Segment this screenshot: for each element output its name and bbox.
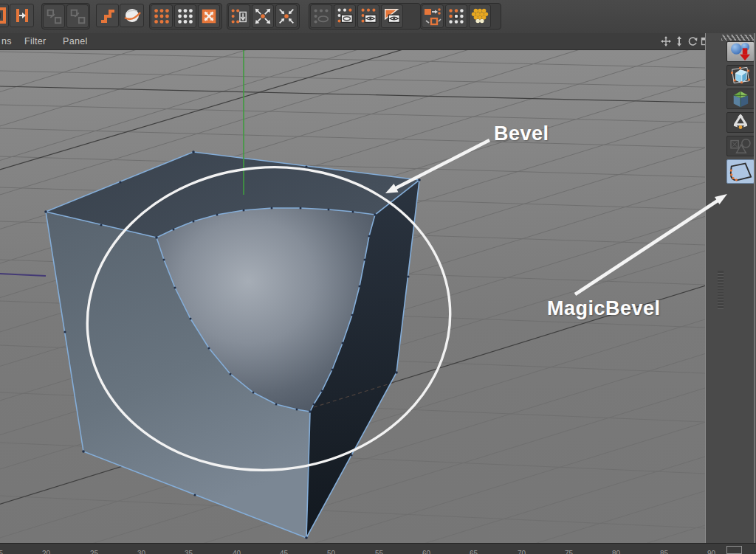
points-grid-orange-glyph [152, 7, 171, 26]
pan-view-icon[interactable] [661, 36, 671, 46]
hide-selected-icon[interactable] [334, 4, 356, 28]
timeline-tick: 75 [565, 550, 573, 554]
application-window: ns Filter Panel [0, 0, 756, 554]
menu-filter[interactable]: Filter [24, 36, 47, 46]
timeline-tick: 90 [707, 550, 715, 554]
matrix-partial-glyph [0, 5, 7, 26]
timeline-tick: 25 [90, 550, 98, 554]
sidebar-grip-hatch[interactable] [721, 35, 755, 41]
disabled-shapes-glyph [728, 136, 753, 156]
timeline-tick: 65 [470, 550, 478, 554]
toolbar-group-transfer [420, 3, 501, 30]
toolbar-group-selection [227, 3, 300, 30]
points-mixed-icon[interactable] [445, 4, 467, 28]
recycle-icon[interactable] [726, 112, 755, 133]
recycle-glyph [728, 113, 753, 132]
weight-points-icon[interactable] [469, 4, 491, 28]
grow-selection-glyph [253, 7, 272, 26]
timeline-end-box[interactable] [726, 546, 742, 554]
magicbevel-tool-glyph [728, 161, 753, 183]
disabled-shapes-icon[interactable] [726, 136, 755, 156]
timeline-tick: 70 [518, 550, 526, 554]
sphere-icon[interactable] [120, 4, 144, 27]
timeline-tick: 45 [280, 550, 288, 554]
grow-selection-icon[interactable] [252, 4, 274, 28]
disabled-grid-a-glyph [44, 7, 63, 26]
viewport-3d[interactable] [0, 50, 705, 543]
invert-visibility-glyph [382, 7, 402, 26]
spheres-drop-glyph [728, 42, 753, 61]
points-grid-white-glyph [176, 7, 195, 26]
viewport-controls [661, 36, 711, 46]
shrink-selection-icon[interactable] [275, 4, 298, 28]
matrix-partial-icon[interactable] [0, 4, 9, 27]
menu-options-truncated[interactable]: ns [1, 36, 12, 46]
timeline-tick: 50 [327, 550, 335, 554]
invert-visibility-icon[interactable] [381, 4, 403, 28]
cube-split-glyph [728, 89, 753, 108]
toolbar-group-disabled [41, 3, 90, 30]
sphere-glyph [122, 5, 142, 26]
cube-select-glyph [728, 66, 753, 85]
transfer-selection-glyph [422, 6, 443, 27]
top-toolbar [0, 0, 756, 34]
points-grid-orange-icon[interactable] [151, 4, 173, 28]
timeline-tick: 20 [42, 550, 50, 554]
timeline-ruler[interactable]: 15 20 25 30 35 40 45 50 55 60 65 70 75 8… [0, 543, 756, 554]
weight-points-glyph [470, 7, 489, 26]
hide-selected-glyph [335, 7, 354, 26]
unhide-all-glyph [359, 7, 378, 26]
stairs-glyph [97, 5, 118, 26]
timeline-tick: 80 [612, 550, 620, 554]
convert-selection-icon[interactable] [198, 4, 220, 28]
convert-selection-glyph [199, 7, 219, 26]
timeline-tick: 60 [422, 550, 430, 554]
zoom-view-icon[interactable] [674, 36, 684, 46]
cube-select-icon[interactable] [726, 65, 755, 86]
drop-selection-glyph [230, 7, 249, 26]
disabled-grid-b-icon[interactable] [66, 4, 89, 28]
menu-panel[interactable]: Panel [63, 36, 87, 46]
unhide-all-icon[interactable] [357, 4, 379, 28]
timeline-tick: 30 [137, 550, 145, 554]
timeline-tick: 15 [0, 550, 3, 554]
sidebar-icon-column [726, 41, 755, 187]
rotate-view-icon[interactable] [687, 36, 698, 46]
bridge-glyph [12, 5, 32, 26]
points-grid-white-icon[interactable] [174, 4, 196, 28]
sidebar-right-edge [754, 33, 755, 554]
timeline-tick: 35 [185, 550, 193, 554]
timeline-tick: 40 [233, 550, 241, 554]
toolbar-group-visibility [309, 3, 421, 30]
viewport-menubar: ns Filter Panel [0, 33, 705, 50]
bridge-icon[interactable] [10, 4, 34, 27]
sidebar-grip-dots[interactable] [718, 271, 724, 309]
transfer-selection-icon[interactable] [422, 4, 444, 28]
cube-split-icon[interactable] [726, 89, 755, 109]
disabled-grid-a-icon[interactable] [43, 4, 65, 28]
stairs-icon[interactable] [96, 4, 119, 27]
timeline-tick: 85 [660, 550, 668, 554]
points-mixed-glyph [447, 7, 466, 26]
disabled-grid-b-glyph [68, 7, 87, 26]
drop-selection-icon[interactable] [228, 4, 250, 28]
magicbevel-tool-icon[interactable] [726, 159, 755, 184]
spheres-drop-icon[interactable] [726, 41, 755, 62]
hide-unselected-disabled-icon[interactable] [310, 4, 332, 28]
plugin-sidebar [705, 33, 756, 554]
timeline-tick: 55 [375, 550, 383, 554]
toolbar-group-points [149, 3, 222, 30]
hide-unselected-glyph [312, 7, 331, 26]
shrink-selection-glyph [277, 7, 296, 26]
